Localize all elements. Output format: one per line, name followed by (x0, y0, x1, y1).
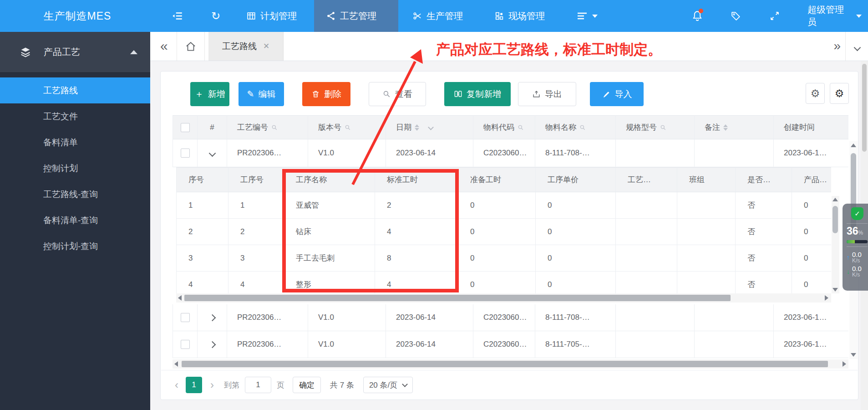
app-logo: 生产制造MES (27, 0, 127, 32)
header-version[interactable]: 版本号 (308, 115, 386, 139)
tag-icon (730, 10, 741, 22)
sort-icon[interactable] (723, 124, 728, 131)
nav-label: 现场管理 (508, 10, 545, 22)
table-row[interactable]: PR202306… V1.0 2023-06-14 C2023060… 8-11… (173, 304, 848, 331)
tab-process-route[interactable]: 工艺路线 ✕ (208, 32, 284, 61)
user-menu[interactable]: 超级管理员 (801, 0, 868, 32)
nav-label: 计划管理 (260, 10, 297, 22)
sidebar-item-process-file[interactable]: 工艺文件 (0, 103, 150, 129)
header-material-code[interactable]: 物料代码 (473, 115, 535, 139)
delete-button[interactable]: 删除 (302, 82, 350, 106)
nav-production-management[interactable]: 生产管理 (406, 0, 469, 32)
header-created-time[interactable]: 创建时间 (774, 115, 848, 139)
search-icon[interactable] (660, 124, 666, 131)
select-all-checkbox[interactable] (181, 123, 190, 132)
divider (847, 223, 868, 224)
sub-table-row[interactable]: 11亚威管200否0 (177, 192, 831, 219)
expand-row-icon[interactable] (208, 314, 216, 321)
page-size-value: 20 条/页 (369, 380, 397, 390)
row-checkbox[interactable] (181, 340, 190, 349)
tabs-scroll-right-button[interactable]: » (833, 32, 841, 60)
copy-add-button[interactable]: 复制新增 (444, 82, 511, 106)
button-label: 导出 (545, 88, 562, 100)
header-material-name[interactable]: 物料名称 (535, 115, 616, 139)
row-checkbox[interactable] (181, 313, 190, 322)
operations-sub-table: 序号 工序号 工序名称 标准工时 准备工时 工序单价 工艺… 班组 是否… 产品… (176, 167, 831, 293)
search-icon[interactable] (518, 124, 524, 131)
bell-icon (691, 10, 703, 22)
upload-speed: 0.0 (852, 251, 862, 258)
import-button[interactable]: 导入 (590, 82, 644, 106)
row-checkbox[interactable] (181, 149, 190, 158)
search-icon[interactable] (345, 124, 351, 131)
filter-chevron-icon[interactable] (428, 124, 434, 130)
sub-table-row[interactable]: 33手工去毛刺800否0 (177, 245, 831, 272)
sidebar-item-material-list-query[interactable]: 备料清单-查询 (0, 207, 150, 233)
sub-table-row[interactable]: 44整形400否0 (177, 272, 831, 293)
sub-table-vertical-scrollbar[interactable] (832, 196, 839, 293)
next-page-button[interactable]: › (210, 379, 214, 391)
shield-check-icon: ✓ (851, 207, 863, 220)
notification-badge (699, 9, 703, 13)
tags-button[interactable] (724, 0, 748, 32)
nav-process-management[interactable]: 工艺管理 (314, 0, 398, 32)
prev-page-button[interactable]: ‹ (175, 379, 178, 391)
edit-button[interactable]: ✎ 编辑 (239, 82, 284, 106)
view-button[interactable]: 查看 (369, 82, 426, 106)
sidebar-item-process-route-query[interactable]: 工艺路线-查询 (0, 181, 150, 207)
index-header: # (198, 115, 227, 139)
more-menus-button[interactable] (570, 0, 604, 32)
search-icon[interactable] (579, 124, 586, 131)
header-process-code[interactable]: 工艺编号 (227, 115, 308, 139)
cell-remark (695, 139, 774, 167)
sidebar-collapse-button[interactable] (165, 0, 190, 32)
header-spec-model[interactable]: 规格型号 (616, 115, 695, 139)
export-button[interactable]: 导出 (518, 82, 576, 106)
header-label: 工艺编号 (237, 122, 268, 133)
sidebar-item-control-plan[interactable]: 控制计划 (0, 155, 150, 181)
table-row[interactable]: PR202306… V1.0 2023-06-14 C2023060… 8-11… (173, 139, 848, 167)
table-settings-button[interactable]: ⚙ (830, 83, 849, 104)
header-label: 规格型号 (626, 122, 657, 133)
sub-table-row[interactable]: 22钻床400否0 (177, 219, 831, 245)
refresh-button[interactable]: ↻ (205, 0, 227, 32)
button-label: 导入 (615, 88, 632, 100)
add-button[interactable]: ＋ 新增 (190, 82, 229, 106)
tabs-dropdown-button[interactable] (855, 44, 860, 52)
sidebar-item-label: 备料清单-查询 (43, 215, 98, 225)
nav-plan-management[interactable]: 计划管理 (240, 0, 303, 32)
notifications-button[interactable] (685, 0, 710, 32)
tabs-scroll-left-button[interactable]: « (160, 32, 168, 60)
close-icon[interactable]: ✕ (263, 41, 269, 51)
home-tab-button[interactable] (177, 32, 205, 61)
main-table-horizontal-scrollbar[interactable] (173, 359, 848, 369)
fullscreen-button[interactable] (763, 0, 787, 32)
confirm-button[interactable]: 确定 (293, 377, 321, 393)
divider (847, 246, 868, 247)
scissors-icon (412, 11, 422, 21)
net-speed-widget[interactable]: ✓ 36% ↑ 0.0 K/s ↓ 0.0 K/s (843, 204, 868, 291)
sidebar-item-material-list[interactable]: 备料清单 (0, 129, 150, 155)
collapse-row-icon[interactable] (208, 149, 216, 157)
sub-header-prep-hours: 准备工时 (458, 167, 536, 192)
cell-date: 2023-06-14 (386, 331, 473, 358)
table-row[interactable]: PR202306… V1.0 2023-06-14 C2023060… 8-11… (173, 331, 848, 358)
sort-icon[interactable] (415, 124, 419, 131)
copy-icon (454, 90, 462, 98)
goto-page-input[interactable] (245, 377, 271, 393)
page-number-button[interactable]: 1 (186, 377, 202, 393)
sidebar-item-control-plan-query[interactable]: 控制计划-查询 (0, 233, 150, 259)
page-size-select[interactable]: 20 条/页 (363, 377, 413, 393)
sub-table-horizontal-scrollbar[interactable] (176, 293, 831, 302)
header-date[interactable]: 日期 (386, 115, 473, 139)
header-remark[interactable]: 备注 (695, 115, 774, 139)
column-settings-button[interactable]: ⚙ (806, 83, 825, 104)
cell-material-name: 8-111-705-… (535, 331, 616, 358)
expand-row-icon[interactable] (208, 341, 216, 348)
sidebar-item-process-route[interactable]: 工艺路线 (0, 77, 150, 103)
search-icon[interactable] (271, 124, 278, 131)
nav-site-management[interactable]: 现场管理 (488, 0, 551, 32)
sidebar-item-label: 工艺文件 (43, 112, 78, 121)
sidebar-section-product-process[interactable]: 产品工艺 (0, 32, 150, 73)
nav-label: 生产管理 (426, 10, 463, 22)
